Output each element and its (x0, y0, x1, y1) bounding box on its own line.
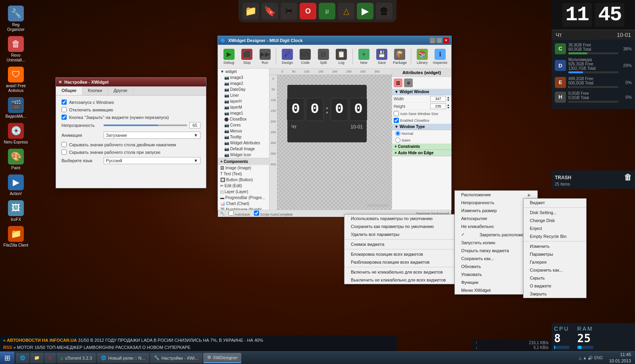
tree-item-image2[interactable]: 📷 image2 (218, 80, 269, 86)
desktop-icon-videoma[interactable]: 🎬 ВидеоМА... (2, 96, 30, 121)
window-type-section[interactable]: ▼ Window Type (392, 124, 451, 130)
tree-item-image1[interactable]: 📷 image1 (218, 110, 269, 116)
comp-text[interactable]: T Text (Text) (218, 171, 269, 177)
debug-button[interactable]: ▶ Debug (221, 46, 237, 67)
attr-icon-1[interactable]: 🖼 (394, 79, 402, 87)
dock-utorrent[interactable]: µ (319, 3, 335, 19)
tab-buttons[interactable]: Кнопки (83, 86, 108, 95)
ctx3-gallery[interactable]: Галерея (523, 258, 586, 266)
tree-item-defaultimage[interactable]: 📷 Default Image (218, 146, 269, 152)
widget-canvas[interactable]: 0 0 : 0 0 Чт 10-01 datetimecore1 (277, 75, 392, 210)
tree-item-widget[interactable]: ▼ widget (218, 69, 269, 75)
taskbar-settings[interactable]: 🔧 Настройки - XWi... (150, 353, 202, 363)
components-header[interactable]: + Components (218, 158, 269, 165)
ctx3-about[interactable]: О виджете (523, 282, 586, 290)
desktop-icon-icofx[interactable]: 🖼 IcoFX (2, 199, 30, 224)
widget-window-section[interactable]: ▼ Widget Window (392, 89, 451, 95)
autostart-checkbox[interactable] (62, 100, 67, 105)
comp-progressbar[interactable]: ▬ ProgressBar (Progre... (218, 195, 269, 201)
tree-item-layerh[interactable]: 📷 layerH (218, 98, 269, 104)
new-button[interactable]: + New (356, 46, 371, 67)
opacity-slider[interactable] (104, 125, 187, 126)
comp-image[interactable]: 🖼 Image (Image) (218, 165, 269, 171)
radio-normal[interactable] (395, 131, 400, 136)
ctx1-lock-all[interactable]: Блокировка позиции всех виджетов (344, 250, 455, 258)
close-btn-checkbox[interactable] (62, 115, 67, 120)
stop-button[interactable]: ⬛ Stop (239, 46, 254, 67)
taskbar-explorer[interactable]: 📁 (30, 353, 44, 363)
hide-double-checkbox[interactable] (62, 142, 67, 147)
win-maximize-button[interactable]: □ (437, 38, 442, 43)
tab-general[interactable]: Общие (56, 86, 83, 95)
start-button[interactable]: ⊞ (0, 352, 14, 364)
animation-dropdown[interactable]: Затухание ▼ (104, 132, 200, 139)
taskbar-xwdesigner[interactable]: ⚙ XWDesigner (203, 353, 242, 363)
ctx3-widget[interactable]: Виджет (523, 199, 586, 207)
height-up-arrow[interactable]: ▲ (447, 103, 450, 106)
attr-icon-2[interactable]: ⚙ (404, 79, 413, 87)
comp-layer[interactable]: ◻ Layer (Layer) (218, 189, 269, 195)
dock-trash[interactable]: 🗑 (376, 3, 393, 19)
package-button[interactable]: 📦 Package (392, 46, 408, 67)
height-spinner-arrows[interactable]: ▲ ▼ (447, 103, 450, 109)
ctx1-save-defaults[interactable]: Сохранить как параметры по умолчанию (344, 222, 455, 230)
ctx1-delete-params[interactable]: Удалить все параметры (344, 230, 455, 238)
settings-close-icon[interactable]: ✕ (58, 80, 62, 85)
comp-numbimage[interactable]: 25 NumbImage (NumbI... (218, 207, 269, 210)
height-spinbox[interactable] (430, 103, 446, 109)
ctx2-position[interactable]: Расположение ▶ (455, 191, 537, 199)
desktop-icon-avast[interactable]: 🛡 avast! Free Antivirus (2, 65, 30, 95)
ctx1-unlock-all[interactable]: Разблокировка позиции всех виджетов (344, 258, 455, 266)
desktop-icon-reg-organizer[interactable]: 🔧 Reg Organizer (2, 4, 30, 34)
ctx3-edit[interactable]: Изменить (523, 242, 586, 250)
split-button[interactable]: ⊟ Split (316, 46, 331, 67)
taskbar-utorrent[interactable]: µ uTorrent 3.2.3 (57, 353, 96, 363)
tree-item-dateday[interactable]: 📷 DateDay (218, 86, 269, 92)
dock-folder[interactable]: 📁 (242, 3, 259, 19)
disable-anim-checkbox[interactable] (62, 107, 67, 112)
height-down-arrow[interactable]: ▼ (447, 106, 450, 109)
desktop-icon-paint[interactable]: 🎨 Paint (2, 147, 30, 172)
desktop-icon-action[interactable]: ▶ Action! (2, 173, 30, 198)
library-button[interactable]: 📚 Library (414, 46, 430, 67)
ctx1-enable-noclick[interactable]: Включить не кликабельно для всех виджето… (344, 268, 455, 276)
desktop-icon-revo[interactable]: 🗑 Revo Uninstall... (2, 34, 30, 64)
ctx1-disable-noclick[interactable]: Выключить не кликабельно для всех виджет… (344, 276, 455, 284)
tree-item-liner[interactable]: 📷 Liner (218, 92, 269, 98)
ctx1-use-defaults[interactable]: Использовать параметры по умолчанию (344, 215, 455, 222)
code-button[interactable]: </> Code (298, 46, 313, 67)
comp-button[interactable]: 🔲 Button (Button) (218, 177, 269, 183)
ctx3-hide[interactable]: Скрыть (523, 274, 586, 282)
width-up-arrow[interactable]: ▲ (447, 96, 450, 99)
autohide-section[interactable]: + Auto Hide on Edge (392, 150, 451, 156)
autosave-status-checkbox[interactable] (229, 211, 234, 216)
win-minimize-button[interactable]: _ (430, 38, 435, 43)
lang-dropdown[interactable]: Русский ▼ (104, 157, 200, 164)
autosave-checkbox[interactable] (394, 111, 399, 116)
width-down-arrow[interactable]: ▼ (447, 99, 450, 102)
dock-malware[interactable]: △ (338, 3, 354, 19)
win-close-button[interactable]: ✕ (443, 38, 449, 43)
radio-swim[interactable] (395, 138, 400, 143)
hide-launch-checkbox[interactable] (62, 149, 67, 155)
ctx3-enject[interactable]: Enject (523, 224, 586, 232)
tree-item-widgetattr[interactable]: 📷 Widget Attributes (218, 140, 269, 146)
log-button[interactable]: 📋 Log (334, 46, 349, 67)
desktop-icon-filezilla[interactable]: 📁 FileZilla Client (2, 224, 30, 249)
inspector-button[interactable]: ℹ Inspector (432, 46, 448, 67)
taskbar-dfx[interactable]: 🌐 Новый релю :: N... (97, 353, 149, 363)
tree-item-tooltip[interactable]: 📷 Tooltip (218, 134, 269, 140)
ctx3-change-disk[interactable]: Change Disk (523, 216, 586, 224)
desktop-icon-nero[interactable]: 💿 Nero Express (2, 121, 30, 146)
width-spinbox[interactable] (430, 96, 446, 102)
tree-item-image3[interactable]: 📷 image3 (218, 75, 269, 80)
tree-item-widgeticon[interactable]: 📷 Widget Icon (218, 152, 269, 158)
comp-edit[interactable]: ✏ Edit (Edit) (218, 183, 269, 189)
ctx3-close[interactable]: Закрыть (523, 290, 586, 298)
tab-other[interactable]: Другое (108, 86, 133, 95)
comp-chart[interactable]: 📊 Chart (Chart) (218, 201, 269, 207)
ctx3-disk-setting[interactable]: Disk Setting... (523, 209, 586, 216)
dock-player[interactable]: ▶ (357, 3, 373, 19)
ctx3-save-as[interactable]: Сохранить как... (523, 266, 586, 274)
design-button[interactable]: 🖊 Design (279, 46, 295, 67)
